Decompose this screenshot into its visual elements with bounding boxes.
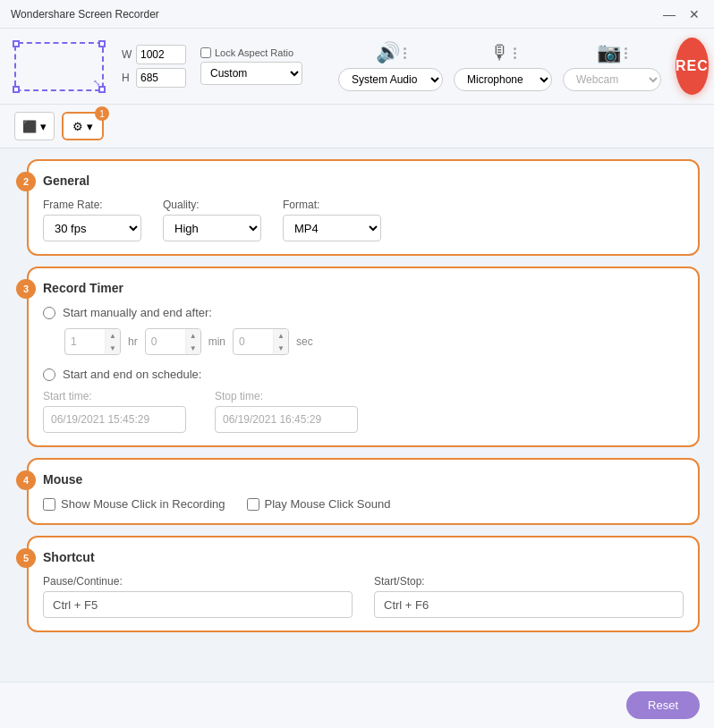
move-icon: ⤡ [93,78,100,88]
dimensions-panel: W H [122,45,186,88]
quality-group: Quality: High Low Medium [163,199,261,241]
mouse-section: 4 Mouse Show Mouse Click in Recording Pl… [27,458,700,525]
min-input[interactable] [146,329,185,354]
settings-badge: 1 [95,106,109,121]
settings-button[interactable]: ⚙ ▾ 1 [62,112,104,140]
system-audio-select[interactable]: System Audio [338,68,443,91]
pause-continue-label: Pause/Continue: [43,575,353,588]
width-row: W [122,45,186,64]
close-button[interactable]: ✕ [685,5,703,23]
webcam-icon-row: 📷 [597,41,627,64]
settings-arrow: ▾ [87,120,93,133]
record-timer-section: 3 Record Timer Start manually and end af… [27,267,700,447]
section-number-shortcut: 5 [16,548,36,568]
section-number-timer: 3 [16,279,36,299]
screenshot-button[interactable]: ⬛ ▾ [14,112,55,140]
play-mouse-click-label: Play Mouse Click Sound [247,497,391,511]
start-time-input[interactable] [43,406,186,433]
webcam-select[interactable]: Webcam [563,68,661,91]
hr-input-wrap: ▲ ▼ [64,328,121,355]
timer-option-2-label: Start and end on schedule: [63,368,201,381]
dot [625,52,627,55]
reset-button[interactable]: Reset [626,691,700,719]
hr-spin-down[interactable]: ▼ [106,342,120,354]
w-label: W [122,48,132,61]
corner-tr [98,40,106,47]
title-bar-controls: — ✕ [660,5,703,23]
sec-spin-up[interactable]: ▲ [274,329,288,342]
height-input[interactable] [136,68,186,88]
capture-rect[interactable]: ⤡ [14,42,104,91]
show-mouse-click-label: Show Mouse Click in Recording [43,497,225,511]
min-spin-up[interactable]: ▲ [186,329,200,342]
start-stop-group: Start/Stop: [374,575,684,618]
play-mouse-click-checkbox[interactable] [247,498,259,511]
play-mouse-click-text: Play Mouse Click Sound [265,497,391,511]
shortcut-section: 5 Shortcut Pause/Continue: Start/Stop: [27,536,700,632]
sec-spin-down[interactable]: ▼ [274,342,288,354]
quality-label: Quality: [163,199,261,211]
dot [514,56,516,59]
dot [514,47,516,50]
custom-select-wrap: Lock Aspect Ratio Custom Full Screen Tar… [200,47,302,85]
show-mouse-click-text: Show Mouse Click in Recording [61,497,225,511]
time-inputs-row: ▲ ▼ hr ▲ ▼ min ▲ ▼ sec [64,328,684,355]
corner-bl [13,86,20,93]
timer-radio-1[interactable] [43,307,55,319]
lock-aspect-checkbox[interactable] [200,47,211,58]
section-number-general: 2 [16,172,36,191]
format-select[interactable]: MP4 MOV AVI GIF [283,215,381,241]
dot [514,52,516,55]
stop-time-input[interactable] [215,406,358,433]
schedule-row: Start time: Stop time: [43,390,684,433]
quality-select[interactable]: High Low Medium [163,215,261,241]
microphone-select[interactable]: Microphone [454,68,552,91]
frame-rate-label: Frame Rate: [43,199,141,211]
sec-unit: sec [296,335,313,348]
start-time-label: Start time: [43,390,186,402]
mouse-title: Mouse [43,472,684,487]
show-mouse-click-checkbox[interactable] [43,498,55,511]
toolbar2: ⬛ ▾ ⚙ ▾ 1 [0,105,714,148]
hr-spin-up[interactable]: ▲ [106,329,120,342]
frame-rate-select[interactable]: 30 fps 15 fps 20 fps 60 fps [43,215,141,241]
minimize-button[interactable]: — [660,5,678,23]
shortcut-title: Shortcut [43,550,684,564]
mouse-row: Show Mouse Click in Recording Play Mouse… [43,497,684,511]
capture-area: ⤡ [14,42,104,91]
audio-dots-2 [514,47,516,59]
frame-rate-group: Frame Rate: 30 fps 15 fps 20 fps 60 fps [43,199,141,241]
stop-time-group: Stop time: [215,390,358,433]
rec-button[interactable]: REC [676,38,709,95]
min-spin-down[interactable]: ▼ [186,342,200,354]
settings-icon: ⚙ [72,120,83,133]
hr-spin: ▲ ▼ [105,329,120,354]
timer-radio-2[interactable] [43,368,55,381]
lock-aspect-label: Lock Aspect Ratio [215,47,293,58]
dot [404,56,406,59]
microphone-item: 🎙 Microphone [454,41,552,91]
corner-tl [13,40,20,47]
bottom-bar: Reset [0,681,714,728]
timer-option-2: Start and end on schedule: [43,368,684,381]
timer-option-1-label: Start manually and end after: [63,306,212,319]
hr-input[interactable] [65,329,105,354]
webcam-icon: 📷 [597,41,621,64]
mic-icon-row: 🎙 [490,41,516,64]
content-area: 2 General Frame Rate: 30 fps 15 fps 20 f… [0,148,714,686]
screenshot-arrow: ▾ [40,120,47,133]
pause-continue-input[interactable] [43,591,353,618]
general-title: General [43,174,684,188]
start-stop-input[interactable] [374,591,684,618]
sec-input[interactable] [234,329,273,354]
format-label: Format: [283,199,381,211]
sec-input-wrap: ▲ ▼ [233,328,289,355]
h-label: H [122,72,132,84]
custom-mode-select[interactable]: Custom Full Screen Target Window [200,62,302,85]
width-input[interactable] [136,45,186,64]
lock-aspect-row: Lock Aspect Ratio [200,47,302,58]
hr-unit: hr [128,335,138,348]
start-stop-label: Start/Stop: [374,575,684,588]
record-timer-title: Record Timer [43,281,684,295]
min-spin: ▲ ▼ [185,329,200,354]
